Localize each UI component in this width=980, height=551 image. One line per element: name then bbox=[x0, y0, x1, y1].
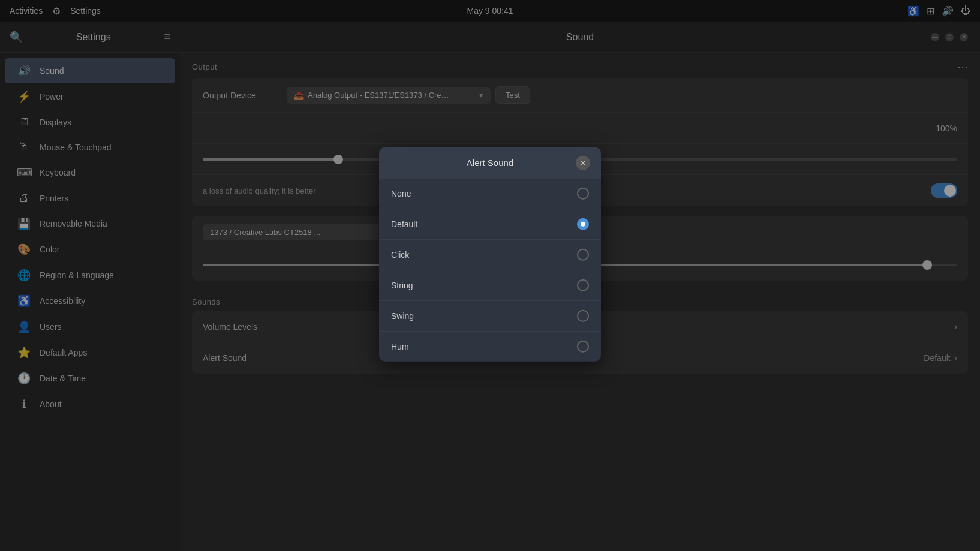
radio-string[interactable] bbox=[577, 279, 589, 291]
modal-option-click[interactable]: Click bbox=[379, 239, 601, 270]
modal-option-string[interactable]: String bbox=[379, 270, 601, 300]
modal-option-hum[interactable]: Hum bbox=[379, 331, 601, 361]
radio-default[interactable] bbox=[577, 218, 589, 230]
modal-close-button[interactable]: × bbox=[576, 155, 590, 170]
modal-header: Alert Sound × bbox=[379, 147, 601, 178]
modal-option-label-hum: Hum bbox=[391, 341, 409, 351]
alert-sound-modal: Alert Sound × NoneDefaultClickStringSwin… bbox=[379, 147, 601, 361]
radio-hum[interactable] bbox=[577, 340, 589, 352]
modal-option-label-none: None bbox=[391, 188, 411, 198]
modal-option-none[interactable]: None bbox=[379, 178, 601, 209]
modal-option-default[interactable]: Default bbox=[379, 209, 601, 239]
radio-none[interactable] bbox=[577, 187, 589, 199]
modal-title: Alert Sound bbox=[404, 158, 576, 168]
modal-option-swing[interactable]: Swing bbox=[379, 300, 601, 331]
radio-swing[interactable] bbox=[577, 309, 589, 321]
modal-body: NoneDefaultClickStringSwingHum bbox=[379, 178, 601, 361]
modal-option-label-string: String bbox=[391, 280, 413, 290]
modal-option-label-click: Click bbox=[391, 249, 409, 259]
modal-option-label-default: Default bbox=[391, 219, 417, 228]
radio-click[interactable] bbox=[577, 248, 589, 260]
modal-option-label-swing: Swing bbox=[391, 311, 414, 320]
